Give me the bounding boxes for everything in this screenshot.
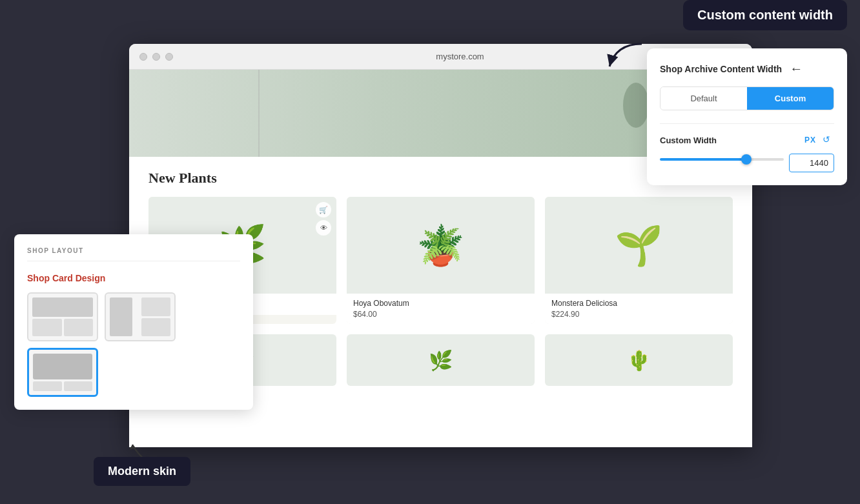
settings-section: Custom Width PX ↺: [660, 123, 834, 172]
card-cell: [141, 318, 171, 337]
custom-width-row: Custom Width PX ↺: [660, 134, 834, 146]
shop-layout-panel: SHOP LAYOUT Shop Card Design: [14, 234, 253, 410]
hero-rope: [258, 70, 260, 157]
browser-dot-yellow: [152, 53, 160, 61]
shop-card-design-title: Shop Card Design: [27, 273, 240, 283]
card-cell: [64, 319, 94, 336]
product-price: $64.00: [353, 310, 528, 319]
browser-dot-red: [139, 53, 147, 61]
product-name: Monstera Deliciosa: [551, 299, 726, 308]
hero-shape-2: [623, 83, 649, 128]
cart-icon[interactable]: 🛒: [316, 202, 331, 217]
slider-thumb: [741, 154, 752, 165]
slider-input-row: [660, 154, 834, 172]
product-image: 🪴: [347, 197, 535, 294]
card-design-option-3[interactable]: [27, 348, 98, 397]
settings-panel-title: Shop Archive Content Width ←: [660, 61, 834, 76]
product-icons: 🛒 👁: [316, 202, 331, 236]
custom-width-label: Custom Width: [660, 136, 717, 145]
product-info: Hoya Obovatum $64.00: [347, 294, 535, 324]
unit-label: PX: [804, 136, 816, 145]
reset-icon[interactable]: ↺: [823, 134, 834, 146]
product-card: 🌱 Monstera Deliciosa $224.90: [545, 197, 733, 324]
product-card-partial: 🌵: [545, 334, 733, 386]
product-image: 🌱: [545, 197, 733, 294]
product-card-partial: 🌿: [347, 334, 535, 386]
product-info: Monstera Deliciosa $224.90: [545, 294, 733, 324]
title-prefix: Shop Card: [27, 273, 73, 283]
card-cell: [64, 381, 93, 391]
card-cell: [141, 297, 171, 316]
unit-reset-container: PX ↺: [804, 134, 834, 146]
arrow-indicator: ←: [790, 61, 803, 76]
product-price: $224.90: [551, 310, 726, 319]
card-cell: [110, 297, 132, 336]
store-section-title: New Plants: [148, 170, 733, 186]
custom-content-width-tooltip: Custom content width: [683, 0, 847, 30]
width-slider[interactable]: [660, 158, 784, 161]
arrow-to-settings: [597, 37, 648, 79]
title-highlight: Design: [73, 273, 106, 283]
card-designs-container: [27, 292, 240, 397]
custom-toggle-btn[interactable]: Custom: [747, 87, 834, 110]
card-cell: [33, 354, 92, 379]
modern-skin-tooltip: Modern skin: [94, 457, 190, 486]
card-cell: [33, 381, 62, 391]
product-card: 🪴 Hoya Obovatum $64.00: [347, 197, 535, 324]
card-cell: [32, 297, 93, 317]
card-design-option-1[interactable]: [27, 292, 98, 341]
card-design-option-2[interactable]: [105, 292, 176, 341]
default-toggle-btn[interactable]: Default: [660, 87, 747, 110]
toggle-buttons: Default Custom: [660, 86, 834, 110]
settings-panel: Shop Archive Content Width ← Default Cus…: [647, 48, 847, 185]
card-cell: [32, 319, 62, 336]
product-name: Hoya Obovatum: [353, 299, 528, 308]
tooltip-text: Custom content width: [697, 8, 833, 22]
width-slider-container: [660, 158, 784, 161]
browser-dot-green: [165, 53, 173, 61]
shop-layout-title: SHOP LAYOUT: [27, 247, 240, 261]
width-value-input[interactable]: [789, 154, 834, 172]
eye-icon[interactable]: 👁: [316, 220, 331, 236]
modern-skin-text: Modern skin: [108, 465, 176, 478]
settings-title-text: Shop Archive Content Width: [660, 64, 782, 74]
